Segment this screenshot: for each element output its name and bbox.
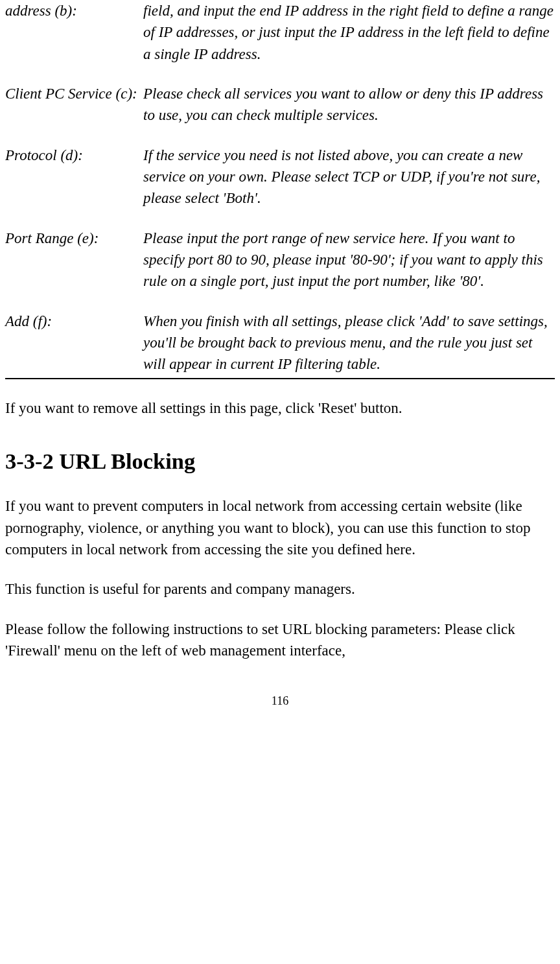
- definition-description: Please check all services you want to al…: [143, 83, 555, 126]
- definition-description: If the service you need is not listed ab…: [143, 145, 555, 209]
- definition-term: Port Range (e):: [5, 228, 143, 292]
- definition-term: Client PC Service (c):: [5, 83, 143, 126]
- definition-description: Please input the port range of new servi…: [143, 228, 555, 292]
- definition-description: field, and input the end IP address in t…: [143, 0, 555, 65]
- definition-term: Protocol (d):: [5, 145, 143, 209]
- section-heading-url-blocking: 3-3-2 URL Blocking: [5, 445, 555, 477]
- definition-term: Add (f):: [5, 311, 143, 375]
- definition-row: Client PC Service (c): Please check all …: [5, 83, 555, 126]
- definition-term: address (b):: [5, 0, 143, 65]
- paragraph-instructions: Please follow the following instructions…: [5, 618, 555, 662]
- page-number: 116: [5, 692, 555, 709]
- definition-row: address (b): field, and input the end IP…: [5, 0, 555, 65]
- definitions-table: address (b): field, and input the end IP…: [5, 0, 555, 379]
- definition-row: Port Range (e): Please input the port ra…: [5, 228, 555, 292]
- paragraph-url-blocking: If you want to prevent computers in loca…: [5, 495, 555, 560]
- definition-description: When you finish with all settings, pleas…: [143, 311, 555, 375]
- definition-row: Protocol (d): If the service you need is…: [5, 145, 555, 209]
- paragraph-useful: This function is useful for parents and …: [5, 578, 555, 600]
- paragraph-reset: If you want to remove all settings in th…: [5, 397, 555, 419]
- definition-row: Add (f): When you finish with all settin…: [5, 311, 555, 375]
